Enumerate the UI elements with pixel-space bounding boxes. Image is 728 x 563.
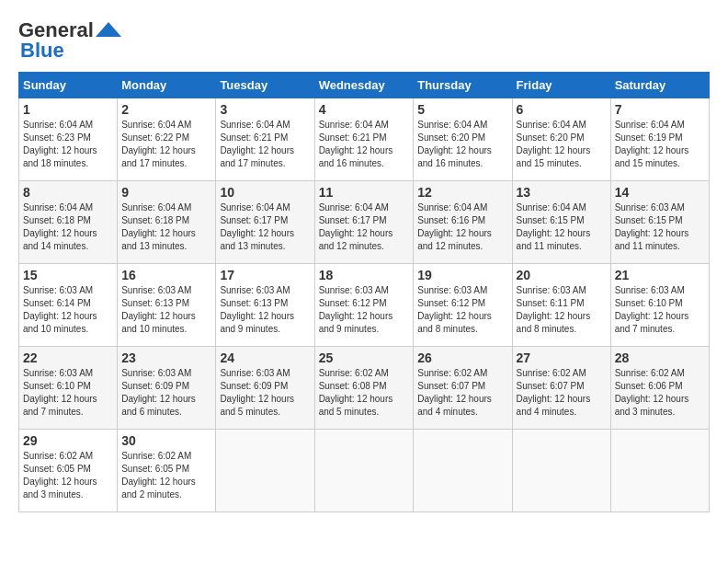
calendar-cell: 15Sunrise: 6:03 AMSunset: 6:14 PMDayligh… bbox=[19, 264, 118, 347]
day-number: 17 bbox=[220, 268, 310, 282]
header-monday: Monday bbox=[118, 73, 216, 98]
day-info: Sunrise: 6:04 AMSunset: 6:17 PMDaylight:… bbox=[220, 202, 294, 251]
calendar-row-4: 29Sunrise: 6:02 AMSunset: 6:05 PMDayligh… bbox=[19, 430, 710, 512]
calendar-row-2: 15Sunrise: 6:03 AMSunset: 6:14 PMDayligh… bbox=[19, 264, 710, 347]
calendar-cell: 7Sunrise: 6:04 AMSunset: 6:19 PMDaylight… bbox=[610, 98, 709, 181]
day-number: 4 bbox=[319, 102, 410, 117]
day-number: 2 bbox=[121, 102, 211, 117]
calendar-cell: 21Sunrise: 6:03 AMSunset: 6:10 PMDayligh… bbox=[610, 264, 709, 347]
day-info: Sunrise: 6:03 AMSunset: 6:13 PMDaylight:… bbox=[220, 285, 294, 334]
calendar-cell: 20Sunrise: 6:03 AMSunset: 6:11 PMDayligh… bbox=[512, 264, 610, 347]
day-number: 16 bbox=[121, 268, 211, 282]
day-info: Sunrise: 6:02 AMSunset: 6:06 PMDaylight:… bbox=[615, 368, 689, 417]
day-number: 22 bbox=[23, 350, 113, 365]
day-number: 10 bbox=[220, 185, 310, 200]
calendar-row-3: 22Sunrise: 6:03 AMSunset: 6:10 PMDayligh… bbox=[19, 347, 710, 430]
calendar-cell: 3Sunrise: 6:04 AMSunset: 6:21 PMDaylight… bbox=[216, 98, 314, 181]
calendar-cell: 29Sunrise: 6:02 AMSunset: 6:05 PMDayligh… bbox=[19, 430, 118, 512]
day-number: 28 bbox=[615, 350, 705, 365]
calendar-cell: 19Sunrise: 6:03 AMSunset: 6:12 PMDayligh… bbox=[414, 264, 512, 347]
day-number: 5 bbox=[417, 102, 507, 117]
calendar-table: SundayMondayTuesdayWednesdayThursdayFrid… bbox=[18, 72, 710, 512]
calendar-row-1: 8Sunrise: 6:04 AMSunset: 6:18 PMDaylight… bbox=[19, 181, 710, 264]
day-info: Sunrise: 6:03 AMSunset: 6:09 PMDaylight:… bbox=[220, 368, 294, 417]
calendar-cell bbox=[610, 430, 709, 512]
svg-marker-0 bbox=[96, 22, 121, 37]
day-number: 3 bbox=[220, 102, 310, 117]
calendar-cell: 1Sunrise: 6:04 AMSunset: 6:23 PMDaylight… bbox=[19, 98, 118, 181]
calendar-cell: 14Sunrise: 6:03 AMSunset: 6:15 PMDayligh… bbox=[610, 181, 709, 264]
day-info: Sunrise: 6:04 AMSunset: 6:16 PMDaylight:… bbox=[417, 202, 492, 251]
day-number: 12 bbox=[417, 185, 507, 200]
day-number: 15 bbox=[23, 268, 113, 282]
calendar-cell: 30Sunrise: 6:02 AMSunset: 6:05 PMDayligh… bbox=[118, 430, 216, 512]
day-info: Sunrise: 6:04 AMSunset: 6:22 PMDaylight:… bbox=[121, 120, 196, 168]
header: General Blue bbox=[18, 18, 710, 63]
day-number: 18 bbox=[319, 268, 410, 282]
day-number: 8 bbox=[23, 185, 113, 200]
day-number: 14 bbox=[615, 185, 705, 200]
calendar-cell: 10Sunrise: 6:04 AMSunset: 6:17 PMDayligh… bbox=[216, 181, 314, 264]
day-number: 21 bbox=[615, 268, 705, 282]
calendar-cell: 24Sunrise: 6:03 AMSunset: 6:09 PMDayligh… bbox=[216, 347, 314, 430]
day-number: 29 bbox=[23, 433, 113, 448]
day-number: 26 bbox=[417, 350, 507, 365]
header-friday: Friday bbox=[512, 73, 610, 98]
day-info: Sunrise: 6:04 AMSunset: 6:21 PMDaylight:… bbox=[319, 120, 393, 168]
day-info: Sunrise: 6:03 AMSunset: 6:11 PMDaylight:… bbox=[517, 285, 591, 334]
calendar-cell: 6Sunrise: 6:04 AMSunset: 6:20 PMDaylight… bbox=[512, 98, 610, 181]
day-info: Sunrise: 6:04 AMSunset: 6:20 PMDaylight:… bbox=[517, 120, 591, 168]
day-info: Sunrise: 6:02 AMSunset: 6:07 PMDaylight:… bbox=[417, 368, 492, 417]
header-wednesday: Wednesday bbox=[314, 73, 414, 98]
calendar-cell: 9Sunrise: 6:04 AMSunset: 6:18 PMDaylight… bbox=[118, 181, 216, 264]
day-info: Sunrise: 6:03 AMSunset: 6:10 PMDaylight:… bbox=[615, 285, 689, 334]
day-number: 19 bbox=[417, 268, 507, 282]
day-info: Sunrise: 6:03 AMSunset: 6:13 PMDaylight:… bbox=[121, 285, 196, 334]
day-number: 23 bbox=[121, 350, 211, 365]
day-info: Sunrise: 6:02 AMSunset: 6:08 PMDaylight:… bbox=[319, 368, 393, 417]
day-info: Sunrise: 6:03 AMSunset: 6:12 PMDaylight:… bbox=[417, 285, 492, 334]
calendar-cell: 12Sunrise: 6:04 AMSunset: 6:16 PMDayligh… bbox=[414, 181, 512, 264]
day-info: Sunrise: 6:03 AMSunset: 6:09 PMDaylight:… bbox=[121, 368, 196, 417]
calendar-cell: 17Sunrise: 6:03 AMSunset: 6:13 PMDayligh… bbox=[216, 264, 314, 347]
day-info: Sunrise: 6:03 AMSunset: 6:15 PMDaylight:… bbox=[615, 202, 689, 251]
calendar-header-row: SundayMondayTuesdayWednesdayThursdayFrid… bbox=[19, 73, 710, 98]
calendar-cell: 23Sunrise: 6:03 AMSunset: 6:09 PMDayligh… bbox=[118, 347, 216, 430]
day-number: 24 bbox=[220, 350, 310, 365]
day-info: Sunrise: 6:04 AMSunset: 6:19 PMDaylight:… bbox=[615, 120, 689, 168]
header-sunday: Sunday bbox=[19, 73, 118, 98]
calendar-row-0: 1Sunrise: 6:04 AMSunset: 6:23 PMDaylight… bbox=[19, 98, 710, 181]
day-info: Sunrise: 6:04 AMSunset: 6:18 PMDaylight:… bbox=[23, 202, 97, 251]
day-info: Sunrise: 6:04 AMSunset: 6:23 PMDaylight:… bbox=[23, 120, 97, 168]
day-info: Sunrise: 6:02 AMSunset: 6:05 PMDaylight:… bbox=[121, 451, 196, 500]
day-number: 27 bbox=[517, 350, 607, 365]
calendar-cell bbox=[512, 430, 610, 512]
logo: General Blue bbox=[18, 18, 123, 63]
day-info: Sunrise: 6:02 AMSunset: 6:07 PMDaylight:… bbox=[517, 368, 591, 417]
calendar-cell: 16Sunrise: 6:03 AMSunset: 6:13 PMDayligh… bbox=[118, 264, 216, 347]
logo-icon bbox=[94, 20, 123, 40]
day-number: 11 bbox=[319, 185, 410, 200]
day-info: Sunrise: 6:03 AMSunset: 6:10 PMDaylight:… bbox=[23, 368, 97, 417]
calendar-cell bbox=[414, 430, 512, 512]
day-info: Sunrise: 6:04 AMSunset: 6:17 PMDaylight:… bbox=[319, 202, 393, 251]
day-info: Sunrise: 6:02 AMSunset: 6:05 PMDaylight:… bbox=[23, 451, 97, 500]
calendar-cell bbox=[216, 430, 314, 512]
logo-blue: Blue bbox=[20, 39, 64, 63]
header-saturday: Saturday bbox=[610, 73, 709, 98]
header-thursday: Thursday bbox=[414, 73, 512, 98]
day-number: 9 bbox=[121, 185, 211, 200]
calendar-cell: 25Sunrise: 6:02 AMSunset: 6:08 PMDayligh… bbox=[314, 347, 414, 430]
day-info: Sunrise: 6:04 AMSunset: 6:18 PMDaylight:… bbox=[121, 202, 196, 251]
day-info: Sunrise: 6:04 AMSunset: 6:21 PMDaylight:… bbox=[220, 120, 294, 168]
header-tuesday: Tuesday bbox=[216, 73, 314, 98]
day-info: Sunrise: 6:03 AMSunset: 6:14 PMDaylight:… bbox=[23, 285, 97, 334]
calendar-cell: 11Sunrise: 6:04 AMSunset: 6:17 PMDayligh… bbox=[314, 181, 414, 264]
day-number: 25 bbox=[319, 350, 410, 365]
calendar-cell: 8Sunrise: 6:04 AMSunset: 6:18 PMDaylight… bbox=[19, 181, 118, 264]
day-number: 30 bbox=[121, 433, 211, 448]
day-info: Sunrise: 6:04 AMSunset: 6:20 PMDaylight:… bbox=[417, 120, 492, 168]
calendar-cell bbox=[314, 430, 414, 512]
calendar-cell: 26Sunrise: 6:02 AMSunset: 6:07 PMDayligh… bbox=[414, 347, 512, 430]
calendar-cell: 2Sunrise: 6:04 AMSunset: 6:22 PMDaylight… bbox=[118, 98, 216, 181]
